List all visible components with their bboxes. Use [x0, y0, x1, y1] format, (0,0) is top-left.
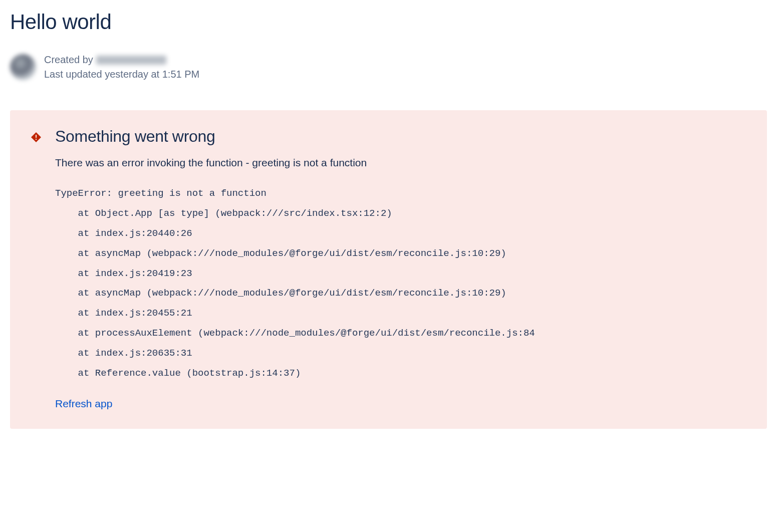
author-name[interactable] — [96, 56, 166, 65]
svg-rect-1 — [36, 139, 37, 140]
error-panel: Something went wrong There was an error … — [10, 110, 767, 429]
author-info: Created by Last updated yesterday at 1:5… — [44, 54, 199, 80]
stack-trace: TypeError: greeting is not a function at… — [55, 184, 747, 384]
error-title: Something went wrong — [55, 127, 215, 146]
svg-rect-0 — [36, 135, 37, 138]
error-body: There was an error invoking the function… — [30, 157, 747, 410]
error-description: There was an error invoking the function… — [55, 157, 747, 169]
created-by-line: Created by — [44, 54, 199, 66]
author-section: Created by Last updated yesterday at 1:5… — [10, 54, 767, 80]
created-by-label: Created by — [44, 54, 93, 66]
error-header: Something went wrong — [30, 127, 747, 146]
avatar[interactable] — [10, 54, 36, 80]
error-icon — [30, 131, 42, 143]
refresh-app-link[interactable]: Refresh app — [55, 398, 112, 409]
last-updated-text: Last updated yesterday at 1:51 PM — [44, 69, 199, 80]
page-title: Hello world — [10, 10, 767, 34]
